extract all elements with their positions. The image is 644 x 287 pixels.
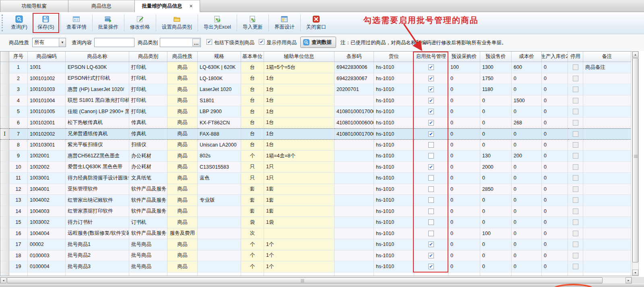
cell-preset-sale-price[interactable]: 130: [480, 151, 512, 162]
cell-preset-purchase-price[interactable]: 100: [448, 62, 480, 73]
cell-cost-price[interactable]: 0: [512, 173, 542, 184]
cell-cost-price[interactable]: 0: [512, 184, 542, 195]
cell-cost-price[interactable]: 0: [512, 195, 542, 206]
table-row[interactable]: 121004001亚拓管理软件软件产品及服务商品套1套hs-1010028500…: [0, 184, 638, 195]
cell-barcode[interactable]: [334, 173, 374, 184]
cell-product-nature[interactable]: 商品: [167, 217, 198, 228]
cell-aux-unit-info[interactable]: 1箱=5个=5台: [264, 62, 334, 73]
cell-cost-price[interactable]: 0: [512, 239, 542, 250]
cell-remark[interactable]: [583, 206, 631, 217]
row-indicator[interactable]: [0, 261, 9, 273]
cell-spec[interactable]: 蓝色: [198, 173, 241, 184]
cell-disabled-checkbox[interactable]: [568, 162, 583, 173]
column-header-location[interactable]: 货位: [374, 52, 414, 62]
category-input[interactable]: …: [160, 38, 201, 47]
cell-remark[interactable]: [583, 84, 631, 95]
cell-remark[interactable]: [583, 151, 631, 162]
cell-enable-batch-checkbox[interactable]: [414, 239, 448, 250]
cell-barcode[interactable]: [334, 140, 374, 151]
row-indicator[interactable]: [0, 217, 9, 228]
cell-location[interactable]: hs-1010: [374, 151, 414, 162]
disabled-checkbox[interactable]: [573, 209, 578, 214]
column-header-remark[interactable]: 备注: [583, 52, 631, 62]
cell-aux-unit-info[interactable]: 1只: [264, 162, 334, 173]
cell-preset-sale-price[interactable]: 0: [480, 206, 512, 217]
cell-remark[interactable]: [583, 140, 631, 151]
row-indicator[interactable]: [0, 228, 9, 240]
cell-product-category[interactable]: 打印机: [129, 84, 167, 95]
cell-preset-purchase-price[interactable]: 0: [448, 239, 480, 250]
cell-product-nature[interactable]: 商品: [167, 140, 198, 151]
cell-cost-price[interactable]: 200: [512, 151, 542, 162]
cell-barcode[interactable]: [334, 151, 374, 162]
cell-product-code[interactable]: 100102002: [28, 128, 66, 140]
cell-remark[interactable]: [583, 250, 631, 262]
cell-remark[interactable]: [583, 195, 631, 206]
cell-product-name[interactable]: 得力经典防滑握手设计圆珠笔: [66, 173, 129, 184]
cell-aux-unit-info[interactable]: 1台: [264, 118, 334, 129]
table-row[interactable]: 8100103001紫光平板扫描仪扫描仪商品Uniscan LA2000台1台h…: [0, 140, 638, 151]
cell-location[interactable]: hs-1010: [374, 239, 414, 250]
cell-aux-unit-info[interactable]: 1台: [264, 128, 334, 140]
row-indicator[interactable]: [0, 162, 9, 173]
cell-product-name[interactable]: 惠普 (HP) LaserJet 1020/: [66, 84, 129, 95]
cell-preset-sale-price[interactable]: 0: [480, 140, 512, 151]
vertical-scrollbar[interactable]: ▴ ▾: [632, 51, 639, 276]
row-indicator[interactable]: [0, 184, 9, 195]
cell-enable-batch-checkbox[interactable]: [414, 128, 448, 140]
disabled-checkbox[interactable]: [573, 142, 578, 148]
cell-product-nature[interactable]: 商品: [167, 84, 198, 95]
cell-disabled-checkbox[interactable]: [568, 73, 583, 85]
enable-batch-checkbox[interactable]: [428, 186, 434, 192]
disabled-checkbox[interactable]: [573, 186, 578, 192]
cell-enable-batch-checkbox[interactable]: [414, 173, 448, 184]
cell-seq-number[interactable]: 1: [9, 62, 28, 73]
row-indicator[interactable]: [0, 140, 9, 151]
cell-preset-sale-price[interactable]: 100: [480, 228, 512, 240]
row-indicator[interactable]: [0, 250, 9, 262]
query-content-input[interactable]: [94, 38, 134, 47]
cell-product-nature[interactable]: 商品: [167, 106, 198, 118]
cell-prod-in-price2[interactable]: 0: [542, 73, 568, 85]
enable-batch-checkbox[interactable]: [428, 231, 434, 236]
disabled-checkbox[interactable]: [573, 64, 578, 70]
row-indicator[interactable]: [0, 62, 9, 73]
cell-product-code[interactable]: 1003002: [28, 217, 66, 228]
disabled-checkbox[interactable]: [573, 219, 578, 225]
table-row[interactable]: 131004002红管家出纳记账软件软件产品及服务商品专业版套1套hs-1010…: [0, 195, 638, 206]
cell-product-code[interactable]: 1004004: [28, 228, 66, 240]
cell-spec[interactable]: [198, 184, 241, 195]
cell-enable-batch-checkbox[interactable]: [414, 195, 448, 206]
cell-product-code[interactable]: 100102001: [28, 118, 66, 129]
cell-location[interactable]: hs-1010: [374, 95, 414, 107]
cell-spec[interactable]: [198, 239, 241, 250]
cell-seq-number[interactable]: 3: [9, 84, 28, 95]
row-indicator[interactable]: [0, 195, 9, 206]
cell-product-name[interactable]: 红管家票据打印软件: [66, 206, 129, 217]
column-header-spec[interactable]: 规格: [198, 52, 241, 62]
enable-batch-checkbox[interactable]: [428, 164, 434, 170]
table-row[interactable]: 5100101005佳能 (Canon) LBP 2900+ 黑打印机商品LBP…: [0, 106, 638, 118]
cell-product-code[interactable]: 00002: [28, 239, 66, 250]
cell-remark[interactable]: [583, 261, 631, 273]
table-row[interactable]: 91002001惠普CH561ZZ黑色墨盒办公耗材商品802s个1箱=4盒=8个…: [0, 151, 638, 162]
cell-remark[interactable]: 商品备注: [583, 62, 631, 73]
column-header-cost-price[interactable]: 成本价: [512, 52, 542, 62]
cell-aux-unit-info[interactable]: 1台: [264, 95, 334, 107]
cell-spec[interactable]: C13S015583: [198, 162, 241, 173]
cell-location[interactable]: hs-1010: [374, 184, 414, 195]
cell-enable-batch-checkbox[interactable]: [414, 84, 448, 95]
disabled-checkbox[interactable]: [573, 120, 578, 126]
cell-product-code[interactable]: 1004003: [28, 206, 66, 217]
cell-remark[interactable]: [583, 217, 631, 228]
cell-base-unit[interactable]: 个: [241, 261, 264, 273]
cell-product-category[interactable]: 打印机: [129, 73, 167, 85]
cell-spec[interactable]: LQ-630K | 620K: [198, 62, 241, 73]
cell-base-unit[interactable]: 台: [241, 84, 264, 95]
cell-product-code[interactable]: 0100003: [28, 250, 66, 262]
cell-cost-price[interactable]: 0: [512, 250, 542, 262]
cell-location[interactable]: hs-1010: [374, 62, 414, 73]
scroll-up-icon[interactable]: ▴: [632, 52, 638, 58]
cell-product-name[interactable]: 紫光平板扫描仪: [66, 140, 129, 151]
cell-location[interactable]: hs-1010: [374, 140, 414, 151]
